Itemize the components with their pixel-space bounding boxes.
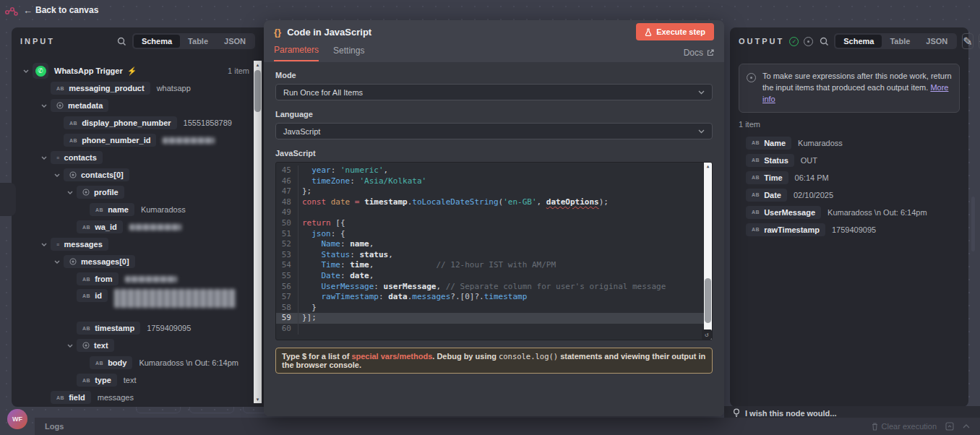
tab-schema[interactable]: Schema xyxy=(134,35,180,48)
schema-key-pill[interactable]: contacts[0] xyxy=(64,168,129,181)
schema-key-label: phone_number_id xyxy=(82,136,150,145)
chevron-down-icon[interactable] xyxy=(40,156,48,160)
output-key-pill[interactable]: ABTime xyxy=(746,171,788,184)
string-type-icon: AB xyxy=(82,378,90,383)
schema-key-label: messages xyxy=(64,240,103,249)
output-search-icon[interactable] xyxy=(820,37,829,46)
tab-table[interactable]: Table xyxy=(180,35,216,48)
schema-key-pill[interactable]: messages[0] xyxy=(64,255,135,268)
line-number: 59 xyxy=(276,313,298,324)
schema-value: Kumaradoss xyxy=(141,205,186,214)
language-select[interactable]: JavaScript xyxy=(275,123,713,139)
schema-key-pill[interactable]: profile xyxy=(77,186,124,199)
schema-key-pill[interactable]: ≡messages xyxy=(51,238,108,251)
object-type-icon xyxy=(82,342,90,349)
back-arrow-icon[interactable]: ← xyxy=(23,5,33,16)
tab-settings[interactable]: Settings xyxy=(333,46,364,61)
input-scrollbar[interactable]: ▲ ▼ xyxy=(254,61,262,403)
special-vars-link[interactable]: special vars/methods xyxy=(351,352,432,361)
editor-scroll-thumb[interactable] xyxy=(705,278,711,323)
schema-key-pill[interactable]: ABid xyxy=(77,289,108,302)
schema-key-label: contacts xyxy=(64,153,97,162)
input-tree: ✆ WhatsApp Trigger ⚡ 1 item ABmessaging_… xyxy=(12,62,254,406)
output-field-row: ABNameKumaradoss xyxy=(746,134,968,152)
whatsapp-node-shortcut[interactable]: ✆ xyxy=(0,183,16,216)
chevron-down-icon xyxy=(698,129,705,134)
schema-key-pill[interactable]: ABdisplay_phone_number xyxy=(64,116,177,129)
line-number: 49 xyxy=(276,207,298,218)
line-number: 53 xyxy=(276,250,298,261)
code-history-icon[interactable]: ↺ xyxy=(702,330,712,340)
schema-value: whatsapp xyxy=(157,84,191,92)
chevron-down-icon[interactable] xyxy=(40,104,48,108)
code-editor[interactable]: 45 year: 'numeric',46 timeZone: 'Asia/Ko… xyxy=(275,162,713,340)
scroll-up-icon[interactable]: ▲ xyxy=(704,163,712,171)
output-item-count: 1 item xyxy=(739,120,960,129)
tab-json[interactable]: JSON xyxy=(216,35,254,48)
schema-key-pill[interactable]: ABbody xyxy=(90,356,132,369)
chevron-down-icon[interactable] xyxy=(66,191,74,194)
schema-key-label: body xyxy=(108,358,126,367)
tree-row-trigger[interactable]: ✆ WhatsApp Trigger ⚡ 1 item xyxy=(12,62,254,79)
code-text: const date = timestamp.toLocaleDateStrin… xyxy=(298,197,609,208)
code-text: timeZone: 'Asia/Kolkata' xyxy=(298,176,426,187)
bolt-icon: ⚡ xyxy=(127,66,137,76)
schema-key-pill[interactable]: ≡contacts xyxy=(51,151,103,164)
chevron-down-icon[interactable] xyxy=(22,69,30,73)
tab-table[interactable]: Table xyxy=(882,35,918,48)
string-type-icon: AB xyxy=(56,86,64,91)
code-text: Name: name, xyxy=(298,239,374,250)
docs-link[interactable]: Docs xyxy=(684,48,714,58)
output-key-pill[interactable]: ABName xyxy=(746,137,791,150)
editor-scrollbar[interactable]: ▲ xyxy=(704,163,712,340)
logs-bar[interactable]: Logs Clear execution xyxy=(35,418,980,435)
schema-key-pill[interactable]: ABname xyxy=(90,203,134,216)
schema-key-pill[interactable]: ABtimestamp xyxy=(77,322,140,335)
string-type-icon: AB xyxy=(82,277,90,282)
schema-key-pill[interactable]: ABmessaging_product xyxy=(51,82,150,95)
avatar[interactable]: WF xyxy=(7,409,27,429)
schema-key-pill[interactable]: ABfrom xyxy=(77,272,119,285)
execute-step-button[interactable]: Execute step xyxy=(636,23,714,40)
schema-key-pill[interactable]: ABfield xyxy=(51,391,91,404)
tree-row: messages[0] xyxy=(12,253,254,270)
scroll-down-icon[interactable]: ▼ xyxy=(254,395,262,403)
schema-key-pill[interactable]: metadata xyxy=(51,99,108,112)
panel-icon[interactable] xyxy=(945,422,954,431)
chevron-down-icon[interactable] xyxy=(66,344,74,348)
code-line: 59}]; xyxy=(276,313,712,324)
language-label: Language xyxy=(275,110,713,119)
back-to-canvas-link[interactable]: Back to canvas xyxy=(35,5,98,15)
tab-json[interactable]: JSON xyxy=(918,35,955,48)
logs-label: Logs xyxy=(45,422,64,431)
schema-key-pill[interactable]: text xyxy=(77,339,114,352)
schema-key-label: field xyxy=(69,393,85,402)
mode-select[interactable]: Run Once for All Items xyxy=(275,84,713,100)
page-scroll-thumb[interactable] xyxy=(971,197,975,251)
tree-row: profile xyxy=(12,184,254,201)
output-key-pill[interactable]: ABUserMessage xyxy=(746,206,821,219)
scroll-up-icon[interactable]: ▲ xyxy=(254,61,262,69)
output-key-pill[interactable]: ABDate xyxy=(746,189,787,202)
clear-execution-button[interactable]: Clear execution xyxy=(872,422,937,431)
schema-key-pill[interactable]: ABphone_number_id xyxy=(64,134,156,147)
output-key-pill[interactable]: ABStatus xyxy=(746,154,794,167)
edit-output-button[interactable]: ✎ xyxy=(962,33,973,49)
whatsapp-trigger-icon: ✆ xyxy=(33,63,48,79)
collapse-chevron-icon[interactable] xyxy=(963,424,970,428)
tab-parameters[interactable]: Parameters xyxy=(274,45,319,61)
chevron-down-icon[interactable] xyxy=(53,173,61,177)
chevron-down-icon[interactable] xyxy=(40,243,48,246)
output-key-pill[interactable]: ABrawTimestamp xyxy=(746,223,825,236)
input-scroll-thumb[interactable] xyxy=(254,70,261,112)
chevron-down-icon[interactable] xyxy=(53,260,61,264)
code-text: year: 'numeric', xyxy=(298,165,388,176)
schema-key-pill[interactable]: ABwa_id xyxy=(77,220,123,233)
tab-schema[interactable]: Schema xyxy=(835,35,882,48)
input-title: INPUT xyxy=(20,37,55,46)
tree-row: text xyxy=(12,337,254,354)
input-search-icon[interactable] xyxy=(117,37,126,46)
code-line: 54 Time: time, // 12-hour IST with AM/PM xyxy=(276,260,712,271)
schema-key-pill[interactable]: ABtype xyxy=(77,374,117,387)
output-panel: OUTPUT ✓ SchemaTableJSON ✎ To make sure … xyxy=(730,27,968,407)
